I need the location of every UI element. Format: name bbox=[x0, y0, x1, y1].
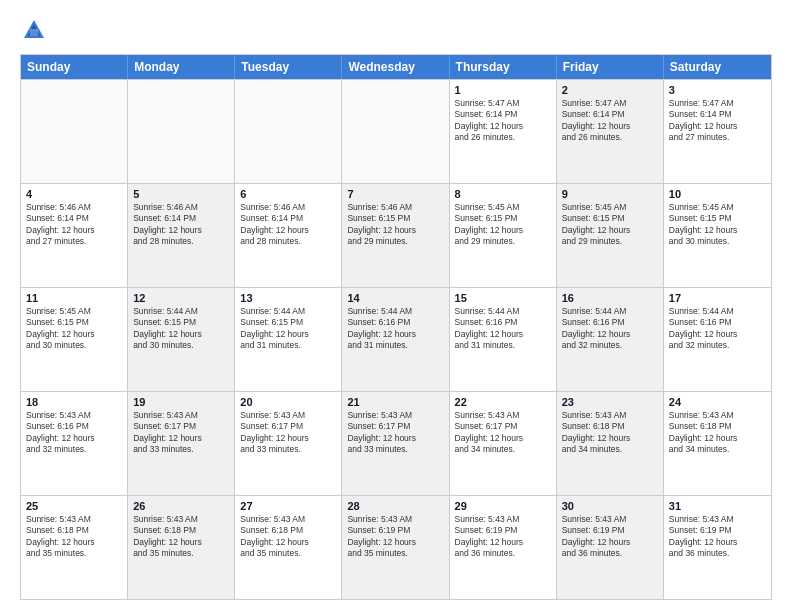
day-cell-28: 28Sunrise: 5:43 AM Sunset: 6:19 PM Dayli… bbox=[342, 496, 449, 599]
day-number-5: 5 bbox=[133, 188, 229, 200]
day-number-29: 29 bbox=[455, 500, 551, 512]
day-info-14: Sunrise: 5:44 AM Sunset: 6:16 PM Dayligh… bbox=[347, 306, 443, 352]
day-cell-14: 14Sunrise: 5:44 AM Sunset: 6:16 PM Dayli… bbox=[342, 288, 449, 391]
calendar-row-3: 18Sunrise: 5:43 AM Sunset: 6:16 PM Dayli… bbox=[21, 391, 771, 495]
day-number-16: 16 bbox=[562, 292, 658, 304]
day-number-22: 22 bbox=[455, 396, 551, 408]
day-cell-5: 5Sunrise: 5:46 AM Sunset: 6:14 PM Daylig… bbox=[128, 184, 235, 287]
day-info-25: Sunrise: 5:43 AM Sunset: 6:18 PM Dayligh… bbox=[26, 514, 122, 560]
day-number-28: 28 bbox=[347, 500, 443, 512]
day-info-28: Sunrise: 5:43 AM Sunset: 6:19 PM Dayligh… bbox=[347, 514, 443, 560]
day-cell-24: 24Sunrise: 5:43 AM Sunset: 6:18 PM Dayli… bbox=[664, 392, 771, 495]
day-cell-21: 21Sunrise: 5:43 AM Sunset: 6:17 PM Dayli… bbox=[342, 392, 449, 495]
day-cell-23: 23Sunrise: 5:43 AM Sunset: 6:18 PM Dayli… bbox=[557, 392, 664, 495]
day-info-19: Sunrise: 5:43 AM Sunset: 6:17 PM Dayligh… bbox=[133, 410, 229, 456]
day-cell-2: 2Sunrise: 5:47 AM Sunset: 6:14 PM Daylig… bbox=[557, 80, 664, 183]
day-cell-15: 15Sunrise: 5:44 AM Sunset: 6:16 PM Dayli… bbox=[450, 288, 557, 391]
day-number-17: 17 bbox=[669, 292, 766, 304]
day-number-6: 6 bbox=[240, 188, 336, 200]
calendar-header: SundayMondayTuesdayWednesdayThursdayFrid… bbox=[21, 55, 771, 79]
day-number-27: 27 bbox=[240, 500, 336, 512]
calendar-row-2: 11Sunrise: 5:45 AM Sunset: 6:15 PM Dayli… bbox=[21, 287, 771, 391]
empty-cell-0-3 bbox=[342, 80, 449, 183]
calendar: SundayMondayTuesdayWednesdayThursdayFrid… bbox=[20, 54, 772, 600]
day-info-7: Sunrise: 5:46 AM Sunset: 6:15 PM Dayligh… bbox=[347, 202, 443, 248]
day-cell-8: 8Sunrise: 5:45 AM Sunset: 6:15 PM Daylig… bbox=[450, 184, 557, 287]
day-info-29: Sunrise: 5:43 AM Sunset: 6:19 PM Dayligh… bbox=[455, 514, 551, 560]
day-info-27: Sunrise: 5:43 AM Sunset: 6:18 PM Dayligh… bbox=[240, 514, 336, 560]
day-number-19: 19 bbox=[133, 396, 229, 408]
day-info-26: Sunrise: 5:43 AM Sunset: 6:18 PM Dayligh… bbox=[133, 514, 229, 560]
calendar-row-1: 4Sunrise: 5:46 AM Sunset: 6:14 PM Daylig… bbox=[21, 183, 771, 287]
day-cell-31: 31Sunrise: 5:43 AM Sunset: 6:19 PM Dayli… bbox=[664, 496, 771, 599]
day-cell-19: 19Sunrise: 5:43 AM Sunset: 6:17 PM Dayli… bbox=[128, 392, 235, 495]
empty-cell-0-2 bbox=[235, 80, 342, 183]
day-number-11: 11 bbox=[26, 292, 122, 304]
logo-icon bbox=[20, 16, 48, 44]
day-cell-20: 20Sunrise: 5:43 AM Sunset: 6:17 PM Dayli… bbox=[235, 392, 342, 495]
day-info-9: Sunrise: 5:45 AM Sunset: 6:15 PM Dayligh… bbox=[562, 202, 658, 248]
day-number-23: 23 bbox=[562, 396, 658, 408]
day-info-20: Sunrise: 5:43 AM Sunset: 6:17 PM Dayligh… bbox=[240, 410, 336, 456]
day-cell-12: 12Sunrise: 5:44 AM Sunset: 6:15 PM Dayli… bbox=[128, 288, 235, 391]
calendar-row-0: 1Sunrise: 5:47 AM Sunset: 6:14 PM Daylig… bbox=[21, 79, 771, 183]
day-number-3: 3 bbox=[669, 84, 766, 96]
day-cell-27: 27Sunrise: 5:43 AM Sunset: 6:18 PM Dayli… bbox=[235, 496, 342, 599]
empty-cell-0-1 bbox=[128, 80, 235, 183]
day-info-10: Sunrise: 5:45 AM Sunset: 6:15 PM Dayligh… bbox=[669, 202, 766, 248]
header-day-monday: Monday bbox=[128, 55, 235, 79]
day-info-3: Sunrise: 5:47 AM Sunset: 6:14 PM Dayligh… bbox=[669, 98, 766, 144]
day-cell-13: 13Sunrise: 5:44 AM Sunset: 6:15 PM Dayli… bbox=[235, 288, 342, 391]
day-info-16: Sunrise: 5:44 AM Sunset: 6:16 PM Dayligh… bbox=[562, 306, 658, 352]
day-number-21: 21 bbox=[347, 396, 443, 408]
calendar-row-4: 25Sunrise: 5:43 AM Sunset: 6:18 PM Dayli… bbox=[21, 495, 771, 599]
day-number-9: 9 bbox=[562, 188, 658, 200]
day-number-13: 13 bbox=[240, 292, 336, 304]
day-info-23: Sunrise: 5:43 AM Sunset: 6:18 PM Dayligh… bbox=[562, 410, 658, 456]
day-info-31: Sunrise: 5:43 AM Sunset: 6:19 PM Dayligh… bbox=[669, 514, 766, 560]
svg-rect-2 bbox=[30, 29, 38, 36]
day-cell-3: 3Sunrise: 5:47 AM Sunset: 6:14 PM Daylig… bbox=[664, 80, 771, 183]
day-info-2: Sunrise: 5:47 AM Sunset: 6:14 PM Dayligh… bbox=[562, 98, 658, 144]
day-cell-1: 1Sunrise: 5:47 AM Sunset: 6:14 PM Daylig… bbox=[450, 80, 557, 183]
day-cell-6: 6Sunrise: 5:46 AM Sunset: 6:14 PM Daylig… bbox=[235, 184, 342, 287]
day-info-12: Sunrise: 5:44 AM Sunset: 6:15 PM Dayligh… bbox=[133, 306, 229, 352]
day-number-30: 30 bbox=[562, 500, 658, 512]
day-info-24: Sunrise: 5:43 AM Sunset: 6:18 PM Dayligh… bbox=[669, 410, 766, 456]
day-info-11: Sunrise: 5:45 AM Sunset: 6:15 PM Dayligh… bbox=[26, 306, 122, 352]
day-cell-17: 17Sunrise: 5:44 AM Sunset: 6:16 PM Dayli… bbox=[664, 288, 771, 391]
header bbox=[20, 16, 772, 44]
header-day-wednesday: Wednesday bbox=[342, 55, 449, 79]
logo bbox=[20, 16, 52, 44]
day-cell-11: 11Sunrise: 5:45 AM Sunset: 6:15 PM Dayli… bbox=[21, 288, 128, 391]
day-info-15: Sunrise: 5:44 AM Sunset: 6:16 PM Dayligh… bbox=[455, 306, 551, 352]
day-cell-29: 29Sunrise: 5:43 AM Sunset: 6:19 PM Dayli… bbox=[450, 496, 557, 599]
day-info-5: Sunrise: 5:46 AM Sunset: 6:14 PM Dayligh… bbox=[133, 202, 229, 248]
header-day-sunday: Sunday bbox=[21, 55, 128, 79]
day-cell-9: 9Sunrise: 5:45 AM Sunset: 6:15 PM Daylig… bbox=[557, 184, 664, 287]
day-info-4: Sunrise: 5:46 AM Sunset: 6:14 PM Dayligh… bbox=[26, 202, 122, 248]
day-cell-18: 18Sunrise: 5:43 AM Sunset: 6:16 PM Dayli… bbox=[21, 392, 128, 495]
day-info-18: Sunrise: 5:43 AM Sunset: 6:16 PM Dayligh… bbox=[26, 410, 122, 456]
day-number-24: 24 bbox=[669, 396, 766, 408]
day-number-26: 26 bbox=[133, 500, 229, 512]
day-number-12: 12 bbox=[133, 292, 229, 304]
day-info-22: Sunrise: 5:43 AM Sunset: 6:17 PM Dayligh… bbox=[455, 410, 551, 456]
empty-cell-0-0 bbox=[21, 80, 128, 183]
day-number-1: 1 bbox=[455, 84, 551, 96]
day-number-18: 18 bbox=[26, 396, 122, 408]
day-info-13: Sunrise: 5:44 AM Sunset: 6:15 PM Dayligh… bbox=[240, 306, 336, 352]
calendar-body: 1Sunrise: 5:47 AM Sunset: 6:14 PM Daylig… bbox=[21, 79, 771, 599]
day-number-15: 15 bbox=[455, 292, 551, 304]
header-day-saturday: Saturday bbox=[664, 55, 771, 79]
day-cell-4: 4Sunrise: 5:46 AM Sunset: 6:14 PM Daylig… bbox=[21, 184, 128, 287]
day-info-17: Sunrise: 5:44 AM Sunset: 6:16 PM Dayligh… bbox=[669, 306, 766, 352]
day-number-8: 8 bbox=[455, 188, 551, 200]
day-number-14: 14 bbox=[347, 292, 443, 304]
day-cell-25: 25Sunrise: 5:43 AM Sunset: 6:18 PM Dayli… bbox=[21, 496, 128, 599]
day-number-4: 4 bbox=[26, 188, 122, 200]
day-number-10: 10 bbox=[669, 188, 766, 200]
day-info-8: Sunrise: 5:45 AM Sunset: 6:15 PM Dayligh… bbox=[455, 202, 551, 248]
day-info-30: Sunrise: 5:43 AM Sunset: 6:19 PM Dayligh… bbox=[562, 514, 658, 560]
day-cell-30: 30Sunrise: 5:43 AM Sunset: 6:19 PM Dayli… bbox=[557, 496, 664, 599]
